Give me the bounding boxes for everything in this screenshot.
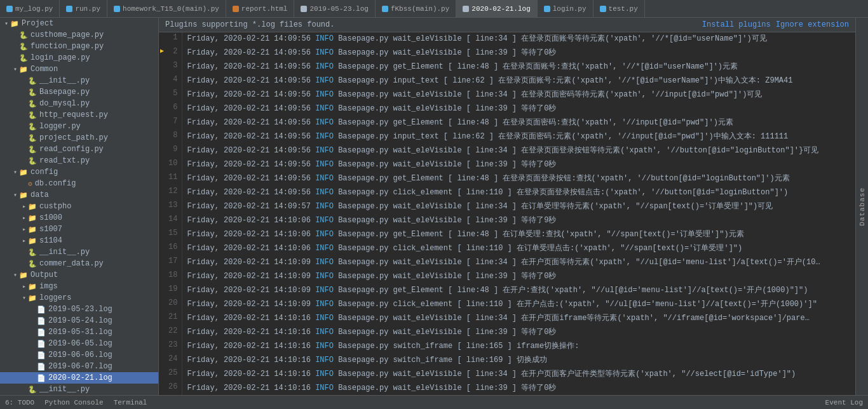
line-number: ▶2	[159, 46, 182, 60]
table-row[interactable]: 25Friday, 2020-02-21 14:10:16 INFO Basep…	[159, 368, 855, 382]
sidebar-item-custhome_page[interactable]: 🐍custhome_page.py	[0, 29, 158, 41]
tab-report[interactable]: report.html	[226, 0, 295, 17]
tab-fkbss[interactable]: fKbss(main).py	[376, 0, 456, 17]
log-date: Friday, 2020-02-21 14:10:06	[187, 244, 316, 253]
table-row[interactable]: 23Friday, 2020-02-21 14:10:16 INFO Basep…	[159, 340, 855, 354]
python-console-item[interactable]: Python Console	[44, 399, 103, 406]
log-message: Basepage.py wait_eleVisible [ line:39 ] …	[334, 104, 556, 113]
table-row[interactable]: 3Friday, 2020-02-21 14:09:56 INFO Basepa…	[159, 60, 855, 74]
log-content-cell: Friday, 2020-02-21 14:10:06 INFO Basepag…	[182, 242, 855, 256]
table-row[interactable]: 10Friday, 2020-02-21 14:09:56 INFO Basep…	[159, 158, 855, 172]
sidebar-item-config[interactable]: ▾📁config	[0, 166, 158, 178]
sidebar-item-do_mysql[interactable]: 🐍do_mysql.py	[0, 98, 158, 109]
sidebar-item-log_0606[interactable]: 📄2019-06-06.log	[0, 349, 158, 361]
sidebar-item-login_page[interactable]: 🐍login_page.py	[0, 52, 158, 64]
sidebar-item-logger[interactable]: 🐍logger.py	[0, 121, 158, 132]
table-row[interactable]: 9Friday, 2020-02-21 14:09:56 INFO Basepa…	[159, 144, 855, 158]
sidebar-item-read_config[interactable]: 🐍read_config.py	[0, 144, 158, 155]
sidebar-item-label-s1104: s1104	[39, 236, 62, 245]
sidebar-item-s1007[interactable]: ▸📁s1007	[0, 224, 158, 235]
sidebar-item-log_0523[interactable]: 📄2019-05-23.log	[0, 304, 158, 315]
log-table-wrapper[interactable]: 1Friday, 2020-02-21 14:09:56 INFO Basepa…	[159, 32, 855, 395]
table-row[interactable]: 1Friday, 2020-02-21 14:09:56 INFO Basepa…	[159, 32, 855, 46]
log-icon-log_0605: 📄	[37, 340, 46, 348]
table-row[interactable]: 15Friday, 2020-02-21 14:10:06 INFO Basep…	[159, 228, 855, 242]
log-level: INFO	[315, 216, 334, 225]
log-level: INFO	[315, 104, 334, 113]
log-date: Friday, 2020-02-21 14:09:56	[187, 118, 316, 127]
terminal-item[interactable]: Terminal	[114, 399, 147, 406]
sidebar-item-commer_data[interactable]: 🐍commer_data.py	[0, 258, 158, 269]
table-row[interactable]: 12Friday, 2020-02-21 14:09:56 INFO Basep…	[159, 186, 855, 200]
sidebar-item-log_0531[interactable]: 📄2019-05-31.log	[0, 326, 158, 338]
table-row[interactable]: ▶2Friday, 2020-02-21 14:09:56 INFO Basep…	[159, 46, 855, 60]
folder-triangle-project: ▾	[3, 20, 10, 27]
sidebar-item-Output[interactable]: ▾📁Output	[0, 269, 158, 281]
sidebar-item-__init__data[interactable]: 🐍__init__.py	[0, 246, 158, 258]
table-row[interactable]: 5Friday, 2020-02-21 14:09:56 INFO Basepa…	[159, 88, 855, 102]
table-row[interactable]: 24Friday, 2020-02-21 14:10:16 INFO Basep…	[159, 354, 855, 368]
sidebar-item-Common[interactable]: ▾📁Common	[0, 64, 158, 75]
table-row[interactable]: 21Friday, 2020-02-21 14:10:16 INFO Basep…	[159, 312, 855, 326]
sidebar-item-Basepage[interactable]: 🐍Basepage.py	[0, 86, 158, 98]
table-row[interactable]: 17Friday, 2020-02-21 14:10:09 INFO Basep…	[159, 256, 855, 270]
sidebar-item-loggers[interactable]: ▾📁loggers	[0, 292, 158, 304]
log-message: Basepage.py wait_eleVisible [ line:39 ] …	[334, 48, 556, 57]
table-row[interactable]: 14Friday, 2020-02-21 14:10:06 INFO Basep…	[159, 214, 855, 228]
log-level: INFO	[315, 272, 334, 281]
log-level: INFO	[315, 328, 334, 337]
tab-icon-loginpy	[544, 6, 550, 12]
sidebar-item-imgsFolder[interactable]: ▸📁imgs	[0, 281, 158, 292]
sidebar-item-log_0607[interactable]: 📄2019-06-07.log	[0, 361, 158, 372]
sidebar-item-custpho[interactable]: ▸📁custpho	[0, 201, 158, 212]
sidebar-item-__init__common[interactable]: 🐍__init__.py	[0, 75, 158, 86]
install-plugins-link[interactable]: Install plugins	[702, 20, 771, 29]
sidebar-item-log_0221[interactable]: 📄2020-02-21.log	[0, 372, 158, 384]
sidebar-item-log_0605[interactable]: 📄2019-06-05.log	[0, 338, 158, 349]
table-row[interactable]: 19Friday, 2020-02-21 14:10:09 INFO Basep…	[159, 284, 855, 298]
ignore-extension-link[interactable]: Ignore extension	[776, 20, 849, 29]
table-row[interactable]: 16Friday, 2020-02-21 14:10:06 INFO Basep…	[159, 242, 855, 256]
table-row[interactable]: 26Friday, 2020-02-21 14:10:16 INFO Basep…	[159, 382, 855, 395]
line-number: 1	[159, 32, 182, 46]
table-row[interactable]: 4Friday, 2020-02-21 14:09:56 INFO Basepa…	[159, 74, 855, 88]
log-message: Basepage.py wait_eleVisible [ line:34 ] …	[334, 258, 820, 267]
sidebar-item-read_txt[interactable]: 🐍read_txt.py	[0, 155, 158, 166]
sidebar-item-db_config[interactable]: ⚙db.config	[0, 178, 158, 189]
sidebar-item-project[interactable]: ▾📁Project	[0, 18, 158, 29]
tab-loginpy[interactable]: login.py	[538, 0, 593, 17]
sidebar: ▾📁Project🐍custhome_page.py🐍function_page…	[0, 18, 159, 395]
tab-testpy[interactable]: test.py	[593, 0, 645, 17]
log-level: INFO	[315, 34, 334, 43]
sidebar-item-project_path[interactable]: 🐍project_path.py	[0, 132, 158, 144]
table-row[interactable]: 13Friday, 2020-02-21 14:09:57 INFO Basep…	[159, 200, 855, 214]
sidebar-item-__init__root[interactable]: 🐍__init__.py	[0, 384, 158, 395]
tab-run[interactable]: run.py	[60, 0, 107, 17]
tab-log2[interactable]: 2020-02-21.log	[456, 0, 537, 17]
sidebar-item-function_page[interactable]: 🐍function_page.py	[0, 41, 158, 52]
sidebar-item-s1000[interactable]: ▸📁s1000	[0, 212, 158, 224]
tab-my_log[interactable]: my_log.py	[0, 0, 60, 17]
table-row[interactable]: 6Friday, 2020-02-21 14:09:56 INFO Basepa…	[159, 102, 855, 116]
line-number: 12	[159, 186, 182, 200]
log-content-cell: Friday, 2020-02-21 14:09:56 INFO Basepag…	[182, 172, 855, 186]
sidebar-item-http_request[interactable]: 🐍http_request.py	[0, 109, 158, 121]
todo-item[interactable]: 6: TODO	[5, 399, 34, 406]
table-row[interactable]: 18Friday, 2020-02-21 14:10:09 INFO Basep…	[159, 270, 855, 284]
table-row[interactable]: 22Friday, 2020-02-21 14:10:16 INFO Basep…	[159, 326, 855, 340]
sidebar-item-data[interactable]: ▾📁data	[0, 189, 158, 201]
table-row[interactable]: 20Friday, 2020-02-21 14:10:09 INFO Basep…	[159, 298, 855, 312]
tab-icon-my_log	[6, 6, 13, 12]
sidebar-item-log_0524[interactable]: 📄2019-05-24.log	[0, 315, 158, 326]
event-log-item[interactable]: Event Log	[825, 399, 863, 406]
tab-log1[interactable]: 2019-05-23.log	[294, 0, 375, 17]
sidebar-item-s1104[interactable]: ▸📁s1104	[0, 235, 158, 246]
table-row[interactable]: 11Friday, 2020-02-21 14:09:56 INFO Basep…	[159, 172, 855, 186]
line-number: 6	[159, 102, 182, 116]
sidebar-item-label-db_config: db.config	[35, 179, 76, 188]
table-row[interactable]: 8Friday, 2020-02-21 14:09:56 INFO Basepa…	[159, 130, 855, 144]
tab-homework[interactable]: homework_T15_0(main).py	[107, 0, 226, 17]
log-content-cell: Friday, 2020-02-21 14:09:56 INFO Basepag…	[182, 32, 855, 46]
table-row[interactable]: 7Friday, 2020-02-21 14:09:56 INFO Basepa…	[159, 116, 855, 130]
log-date: Friday, 2020-02-21 14:10:16	[187, 356, 316, 365]
